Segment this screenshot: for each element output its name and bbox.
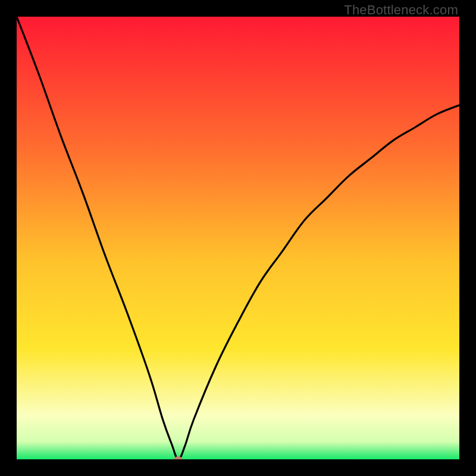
bottleneck-curve bbox=[17, 17, 459, 459]
plot-area bbox=[17, 17, 459, 459]
watermark-text: TheBottleneck.com bbox=[344, 2, 458, 18]
chart-frame: TheBottleneck.com bbox=[0, 0, 476, 476]
